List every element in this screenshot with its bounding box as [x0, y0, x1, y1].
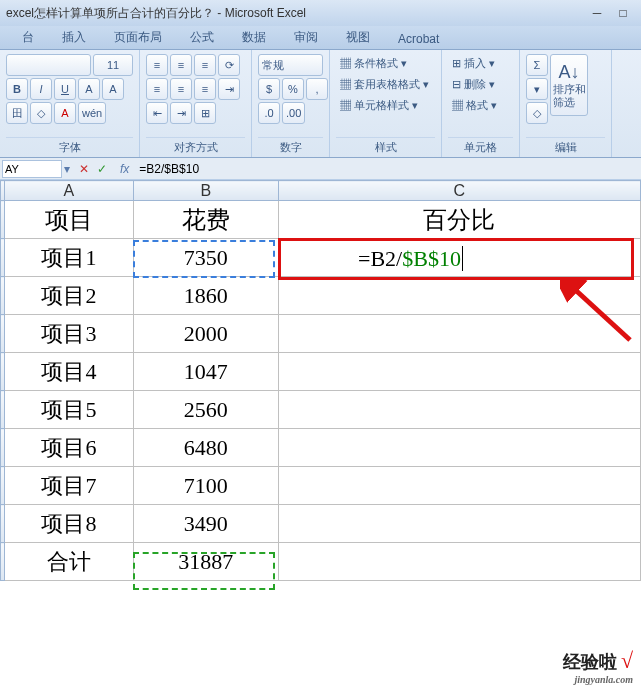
italic-button[interactable]: I [30, 78, 52, 100]
font-size-combo[interactable]: 11 [93, 54, 133, 76]
maximize-button[interactable]: □ [611, 5, 635, 21]
cell[interactable]: 项目4 [5, 353, 134, 391]
name-box[interactable]: AY [2, 160, 62, 178]
group-align-label: 对齐方式 [146, 137, 245, 155]
format-cells-button[interactable]: ▦ 格式 ▾ [448, 96, 513, 115]
table-format-button[interactable]: ▦ 套用表格格式 ▾ [336, 75, 435, 94]
autosum-button[interactable]: Σ [526, 54, 548, 76]
tab-review[interactable]: 审阅 [280, 26, 332, 49]
cell[interactable]: 2000 [133, 315, 278, 353]
font-family-combo[interactable] [6, 54, 91, 76]
cell[interactable]: 7100 [133, 467, 278, 505]
decrease-indent-button[interactable]: ⇤ [146, 102, 168, 124]
tab-acrobat[interactable]: Acrobat [384, 29, 453, 49]
cell[interactable]: 项目8 [5, 505, 134, 543]
fx-icon[interactable]: fx [114, 162, 135, 176]
cell[interactable]: 百分比 [278, 201, 640, 239]
tab-formulas[interactable]: 公式 [176, 26, 228, 49]
cell[interactable]: 项目5 [5, 391, 134, 429]
formula-input[interactable] [135, 160, 641, 178]
active-cell-formula-display: =B2/$B$10 [358, 246, 463, 272]
group-cells: ⊞ 插入 ▾ ⊟ 删除 ▾ ▦ 格式 ▾ 单元格 [442, 50, 520, 157]
align-middle-button[interactable]: ≡ [170, 54, 192, 76]
cell-b10[interactable]: 31887 [133, 543, 278, 581]
cell[interactable]: 项目7 [5, 467, 134, 505]
table-row: 项目 花费 百分比 [1, 201, 641, 239]
comma-button[interactable]: , [306, 78, 328, 100]
ribbon: 11 B I U A A 田 ◇ A wén 字体 ≡ ≡ ≡ ⟳ [0, 50, 641, 158]
fill-button[interactable]: ▾ [526, 78, 548, 100]
cell[interactable]: 项目 [5, 201, 134, 239]
cell[interactable]: 花费 [133, 201, 278, 239]
cell[interactable] [278, 505, 640, 543]
worksheet[interactable]: A B C 项目 花费 百分比 项目1 7350 项目2 1860 项目3 20… [0, 180, 641, 581]
number-format-combo[interactable]: 常规 [258, 54, 323, 76]
percent-button[interactable]: % [282, 78, 304, 100]
shrink-font-button[interactable]: A [102, 78, 124, 100]
increase-decimal-button[interactable]: .0 [258, 102, 280, 124]
cell-b2[interactable]: 7350 [133, 239, 278, 277]
col-header-b[interactable]: B [133, 181, 278, 201]
table-row: 项目3 2000 [1, 315, 641, 353]
col-header-a[interactable]: A [5, 181, 134, 201]
align-right-button[interactable]: ≡ [194, 78, 216, 100]
font-color-button[interactable]: A [54, 102, 76, 124]
fill-color-button[interactable]: ◇ [30, 102, 52, 124]
tab-start[interactable]: 台 [8, 26, 48, 49]
table-row: 项目1 7350 [1, 239, 641, 277]
bold-button[interactable]: B [6, 78, 28, 100]
cell[interactable] [278, 543, 640, 581]
align-center-button[interactable]: ≡ [170, 78, 192, 100]
cell[interactable]: 合计 [5, 543, 134, 581]
phonetic-button[interactable]: wén [78, 102, 106, 124]
grow-font-button[interactable]: A [78, 78, 100, 100]
cell[interactable] [278, 277, 640, 315]
cell[interactable]: 3490 [133, 505, 278, 543]
wrap-text-button[interactable]: ⇥ [218, 78, 240, 100]
formula-bar: AY ▾ ✕ ✓ fx [0, 158, 641, 180]
cell[interactable]: 2560 [133, 391, 278, 429]
cell[interactable] [278, 467, 640, 505]
cell[interactable]: 6480 [133, 429, 278, 467]
group-align: ≡ ≡ ≡ ⟳ ≡ ≡ ≡ ⇥ ⇤ ⇥ ⊞ 对齐方式 [140, 50, 252, 157]
decrease-decimal-button[interactable]: .00 [282, 102, 305, 124]
minimize-button[interactable]: ─ [585, 5, 609, 21]
increase-indent-button[interactable]: ⇥ [170, 102, 192, 124]
tab-insert[interactable]: 插入 [48, 26, 100, 49]
enter-formula-button[interactable]: ✓ [94, 161, 110, 177]
cell[interactable] [278, 429, 640, 467]
cell[interactable]: 项目6 [5, 429, 134, 467]
borders-button[interactable]: 田 [6, 102, 28, 124]
cell[interactable]: 项目2 [5, 277, 134, 315]
cell[interactable]: 项目3 [5, 315, 134, 353]
sort-filter-button[interactable]: A↓ 排序和 筛选 [550, 54, 588, 116]
cell[interactable] [278, 315, 640, 353]
group-edit: Σ ▾ ◇ A↓ 排序和 筛选 编辑 [520, 50, 612, 157]
align-top-button[interactable]: ≡ [146, 54, 168, 76]
format-cells-icon: ▦ [452, 99, 463, 111]
underline-button[interactable]: U [54, 78, 76, 100]
cell[interactable] [278, 391, 640, 429]
insert-cells-button[interactable]: ⊞ 插入 ▾ [448, 54, 513, 73]
conditional-format-button[interactable]: ▦ 条件格式 ▾ [336, 54, 435, 73]
cell-styles-button[interactable]: ▦ 单元格样式 ▾ [336, 96, 435, 115]
col-header-c[interactable]: C [278, 181, 640, 201]
cell[interactable] [278, 353, 640, 391]
currency-button[interactable]: $ [258, 78, 280, 100]
clear-button[interactable]: ◇ [526, 102, 548, 124]
cell[interactable]: 1047 [133, 353, 278, 391]
align-left-button[interactable]: ≡ [146, 78, 168, 100]
orientation-button[interactable]: ⟳ [218, 54, 240, 76]
merge-button[interactable]: ⊞ [194, 102, 216, 124]
group-edit-label: 编辑 [526, 137, 605, 155]
cell[interactable]: 项目1 [5, 239, 134, 277]
align-bottom-button[interactable]: ≡ [194, 54, 216, 76]
cancel-formula-button[interactable]: ✕ [76, 161, 92, 177]
delete-cells-button[interactable]: ⊟ 删除 ▾ [448, 75, 513, 94]
tab-view[interactable]: 视图 [332, 26, 384, 49]
delete-icon: ⊟ [452, 78, 461, 90]
tab-layout[interactable]: 页面布局 [100, 26, 176, 49]
tab-data[interactable]: 数据 [228, 26, 280, 49]
cell[interactable]: 1860 [133, 277, 278, 315]
table-row: 项目8 3490 [1, 505, 641, 543]
